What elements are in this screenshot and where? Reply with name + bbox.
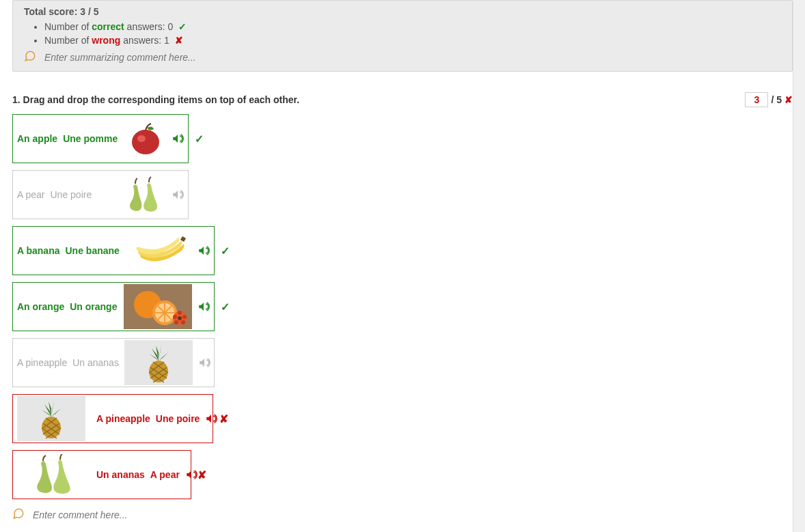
english-label: An orange (17, 301, 64, 312)
svg-point-16 (173, 315, 177, 319)
french-label: Une pomme (63, 133, 118, 144)
french-label: Une poire (156, 413, 200, 424)
fruit-image-apple (125, 118, 166, 159)
svg-point-12 (178, 311, 182, 315)
text: Number of (44, 21, 92, 32)
summary-box: Total score: 3 / 5 Number of correct ans… (12, 0, 793, 72)
score-denom: / 5 (771, 94, 782, 105)
english-label: A banana (17, 245, 60, 256)
comment-icon[interactable] (24, 50, 36, 64)
speaker-icon[interactable] (197, 300, 210, 313)
french-label: Un ananas (96, 469, 145, 480)
french-label: Un orange (70, 301, 117, 312)
answer-card-orange[interactable]: An orange Un orange (12, 282, 215, 331)
speaker-icon[interactable] (185, 468, 197, 481)
english-label: A pineapple (17, 357, 67, 368)
question-comment-row (12, 507, 793, 522)
french-label: Un ananas (72, 357, 119, 368)
question-header: 1. Drag and drop the corresponding items… (12, 92, 793, 107)
answer-card-banana[interactable]: A banana Une banane (12, 226, 215, 275)
cross-icon: ✘ (784, 94, 793, 105)
summary-comment-input[interactable] (43, 51, 781, 64)
svg-point-13 (182, 315, 187, 319)
check-icon: ✓ (178, 21, 187, 32)
answer-card-pineapple-blank[interactable]: A pineapple Un ananas (12, 338, 215, 387)
question-number: 1. (12, 94, 21, 105)
cross-icon: ✘ (175, 35, 183, 46)
speaker-icon[interactable] (197, 244, 210, 257)
speaker-icon[interactable] (205, 412, 217, 425)
french-label: Une banane (66, 245, 120, 256)
svg-point-17 (178, 316, 182, 320)
label-pair: Un ananas A pear (96, 469, 180, 480)
comment-icon[interactable] (12, 507, 25, 522)
text: Number of (44, 35, 92, 46)
answer-card-apple[interactable]: An apple Une pomme (12, 114, 189, 163)
card-row: An orange Un orange (12, 282, 793, 331)
label-pair: A banana Une banane (17, 245, 120, 256)
label-pair: A pineapple Une poire (96, 413, 200, 424)
cross-icon: ✘ (219, 412, 228, 425)
text: answers: 0 (124, 21, 174, 32)
label-pair: A pear Une poire (17, 189, 92, 200)
answer-card-wrong-pear[interactable]: Un ananas A pear (12, 450, 191, 499)
svg-point-15 (174, 320, 178, 324)
question-prompt: Drag and drop the corresponding items on… (23, 94, 299, 105)
speaker-icon[interactable] (198, 356, 210, 369)
english-label: A pineapple (96, 413, 150, 424)
cross-icon: ✘ (197, 468, 206, 481)
svg-point-0 (132, 130, 159, 154)
question-text: 1. Drag and drop the corresponding items… (12, 94, 299, 105)
english-label: A pear (17, 189, 44, 200)
answer-card-pear-blank[interactable]: A pear Une poire (12, 170, 189, 219)
fruit-image-orange (124, 284, 192, 329)
fruit-image-banana (131, 230, 192, 271)
question-comment-input[interactable] (31, 509, 793, 521)
label-pair: An apple Une pomme (17, 133, 118, 144)
total-score-label: Total score: 3 / 5 (24, 6, 781, 17)
label-pair: A pineapple Un ananas (17, 357, 119, 368)
correct-word: correct (92, 21, 124, 32)
svg-point-1 (137, 135, 146, 142)
svg-point-14 (181, 320, 185, 324)
answer-card-wrong-pineapple[interactable]: A pineapple Une poire (12, 394, 213, 443)
card-row: A pineapple Une poire ✘ (12, 394, 793, 443)
card-row: Un ananas A pear ✘ (12, 450, 793, 499)
summary-wrong-line: Number of wrong answers: 1 ✘ (44, 33, 781, 47)
check-icon: ✓ (194, 132, 204, 145)
text: answers: 1 (120, 35, 169, 46)
summary-comment-row (24, 50, 781, 64)
check-icon: ✓ (220, 244, 230, 257)
summary-list: Number of correct answers: 0 ✓ Number of… (44, 20, 781, 47)
check-icon: ✓ (220, 300, 230, 313)
fruit-image-pear (118, 174, 166, 215)
card-row: An apple Une pomme ✓ (12, 114, 793, 163)
label-pair: An orange Un orange (17, 301, 117, 312)
english-label: A pear (150, 469, 180, 480)
scrollbar-gutter[interactable] (793, 0, 805, 532)
fruit-image-pineapple (124, 340, 193, 385)
card-row: A pear Une poire (12, 170, 793, 219)
card-row: A pineapple Un ananas (12, 338, 793, 387)
fruit-image-pear (17, 454, 85, 495)
card-row: A banana Une banane ✓ (12, 226, 793, 275)
french-label: Une poire (50, 189, 92, 200)
score-input[interactable] (745, 92, 768, 107)
fruit-image-pineapple (17, 396, 85, 441)
summary-correct-line: Number of correct answers: 0 ✓ (44, 20, 781, 33)
english-label: An apple (17, 133, 57, 144)
question-score: / 5 ✘ (745, 92, 793, 107)
speaker-icon[interactable] (172, 188, 184, 201)
speaker-icon[interactable] (172, 132, 184, 145)
wrong-word: wrong (92, 35, 120, 46)
cards-container: An apple Une pomme ✓ A pear Une poire (12, 114, 793, 499)
